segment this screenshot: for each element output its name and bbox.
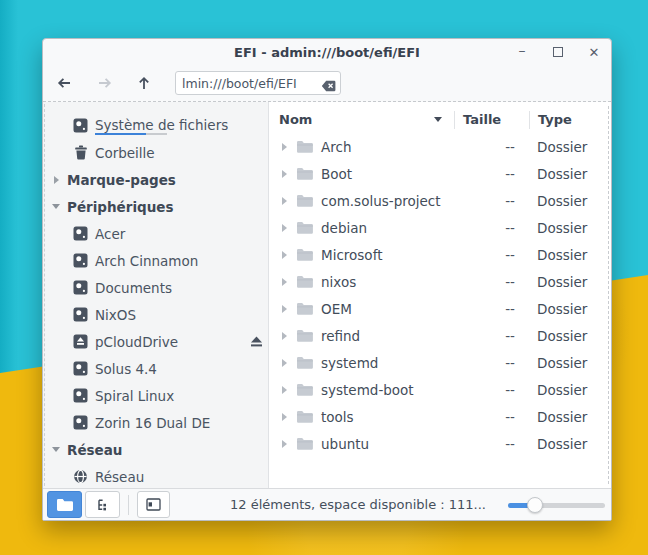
- file-name: OEM: [321, 301, 352, 317]
- sidebar-item-acer[interactable]: Acer: [43, 220, 268, 247]
- file-row-systemd[interactable]: systemd -- Dossier: [269, 349, 611, 376]
- close-button[interactable]: ✕: [587, 45, 601, 59]
- sidebar-item-label: Documents: [95, 280, 172, 296]
- folder-icon: [296, 329, 313, 342]
- drive-icon: [73, 388, 88, 403]
- window-title: EFI - admin:///boot/efi/EFI: [234, 45, 420, 60]
- sidebar-item-documents[interactable]: Documents: [43, 274, 268, 301]
- folder-icon: [296, 194, 313, 207]
- file-name: refind: [321, 328, 360, 344]
- minimize-button[interactable]: –: [515, 45, 529, 59]
- file-name: Microsoft: [321, 247, 382, 263]
- content-area: Système de fichiers Corbeille Marque-pag…: [43, 101, 611, 488]
- sidebar-section-reseau[interactable]: Réseau: [43, 436, 268, 463]
- section-expander-icon[interactable]: [51, 175, 61, 185]
- file-row-tools[interactable]: tools -- Dossier: [269, 403, 611, 430]
- item-icon-slot: [73, 307, 88, 322]
- compact-view-button[interactable]: [85, 491, 120, 518]
- sidebar-item-spiral-linux[interactable]: Spiral Linux: [43, 382, 268, 409]
- file-type: Dossier: [529, 355, 611, 371]
- sidebar-item-label: Acer: [95, 226, 125, 242]
- back-arrow-icon: [56, 75, 72, 91]
- file-row-systemd-boot[interactable]: systemd-boot -- Dossier: [269, 376, 611, 403]
- folder-icon: [296, 248, 313, 261]
- title-bar[interactable]: EFI - admin:///boot/efi/EFI – ✕: [43, 39, 611, 65]
- column-header-name[interactable]: Nom: [269, 112, 454, 127]
- row-expander-icon[interactable]: [282, 143, 287, 151]
- sidebar-item-pclouddrive[interactable]: pCloudDrive: [43, 328, 268, 355]
- sidebar-item-arch-cinnamon[interactable]: Arch Cinnamon: [43, 247, 268, 274]
- row-expander-icon[interactable]: [282, 224, 287, 232]
- file-size: --: [454, 301, 529, 317]
- sidebar-item-solus-4-4[interactable]: Solus 4.4: [43, 355, 268, 382]
- sidebar-item-nixos[interactable]: NixOS: [43, 301, 268, 328]
- file-type: Dossier: [529, 409, 611, 425]
- folder-icon: [296, 302, 313, 315]
- file-row-arch[interactable]: Arch -- Dossier: [269, 133, 611, 160]
- file-size: --: [454, 328, 529, 344]
- file-manager-window: EFI - admin:///boot/efi/EFI – ✕: [42, 38, 612, 521]
- row-expander-icon[interactable]: [282, 251, 287, 259]
- drive-icon: [73, 118, 88, 133]
- sidebar-item-corbeille[interactable]: Corbeille: [43, 139, 268, 166]
- item-icon-slot: [73, 145, 88, 160]
- file-type: Dossier: [529, 274, 611, 290]
- sidebar-item-zorin-16-dual-de[interactable]: Zorin 16 Dual DE: [43, 409, 268, 436]
- row-expander-icon[interactable]: [282, 278, 287, 286]
- file-size: --: [454, 166, 529, 182]
- status-text: 12 éléments, espace disponible : 111...: [170, 497, 508, 512]
- file-type: Dossier: [529, 436, 611, 452]
- file-row-nixos[interactable]: nixos -- Dossier: [269, 268, 611, 295]
- section-expander-icon[interactable]: [51, 445, 61, 455]
- row-expander-icon[interactable]: [282, 413, 287, 421]
- row-expander-icon[interactable]: [282, 170, 287, 178]
- column-header-type[interactable]: Type: [529, 111, 611, 129]
- file-row-com-solus-project[interactable]: com.solus-project -- Dossier: [269, 187, 611, 214]
- sidebar-section-marque-pages[interactable]: Marque-pages: [43, 166, 268, 193]
- maximize-icon: [553, 47, 563, 57]
- network-globe-icon: [73, 469, 88, 484]
- sidebar-item-label: Réseau: [95, 469, 144, 485]
- item-icon-slot: [73, 469, 88, 484]
- file-row-microsoft[interactable]: Microsoft -- Dossier: [269, 241, 611, 268]
- file-size: --: [454, 139, 529, 155]
- sidebar-section-peripheriques[interactable]: Périphériques: [43, 193, 268, 220]
- icon-view-button[interactable]: [47, 491, 82, 518]
- folder-icon: [296, 140, 313, 153]
- clear-location-icon[interactable]: [321, 77, 336, 89]
- row-expander-icon[interactable]: [282, 440, 287, 448]
- row-expander-icon[interactable]: [282, 197, 287, 205]
- row-expander-icon[interactable]: [282, 386, 287, 394]
- back-button[interactable]: [56, 75, 72, 91]
- sidebar-item-systeme-de-fichiers[interactable]: Système de fichiers: [43, 112, 268, 139]
- file-row-boot[interactable]: Boot -- Dossier: [269, 160, 611, 187]
- row-expander-icon[interactable]: [282, 305, 287, 313]
- drive-icon: [73, 361, 88, 376]
- column-header-size[interactable]: Taille: [454, 111, 529, 129]
- row-expander-icon[interactable]: [282, 359, 287, 367]
- file-row-oem[interactable]: OEM -- Dossier: [269, 295, 611, 322]
- folder-icon: [296, 275, 313, 288]
- eject-button[interactable]: [249, 335, 263, 348]
- sidebar-item-label: Spiral Linux: [95, 388, 174, 404]
- up-button[interactable]: [136, 75, 152, 91]
- file-row-ubuntu[interactable]: ubuntu -- Dossier: [269, 430, 611, 457]
- location-input[interactable]: [175, 71, 341, 95]
- file-row-debian[interactable]: debian -- Dossier: [269, 214, 611, 241]
- file-name: systemd-boot: [321, 382, 414, 398]
- folder-icon: [296, 410, 313, 423]
- file-name: com.solus-project: [321, 193, 440, 209]
- section-expander-icon[interactable]: [51, 202, 61, 212]
- file-row-refind[interactable]: refind -- Dossier: [269, 322, 611, 349]
- maximize-button[interactable]: [551, 45, 565, 59]
- zoom-slider[interactable]: [508, 497, 605, 513]
- sidebar-item-label: Système de fichiers: [95, 117, 228, 135]
- forward-arrow-icon: [97, 75, 113, 91]
- file-size: --: [454, 274, 529, 290]
- status-bar: 12 éléments, espace disponible : 111...: [43, 488, 611, 520]
- toggle-sidebar-button[interactable]: [137, 491, 170, 518]
- slider-knob[interactable]: [527, 497, 543, 513]
- sidebar-item-reseau[interactable]: Réseau: [43, 463, 268, 488]
- row-expander-icon[interactable]: [282, 332, 287, 340]
- forward-button[interactable]: [97, 75, 113, 91]
